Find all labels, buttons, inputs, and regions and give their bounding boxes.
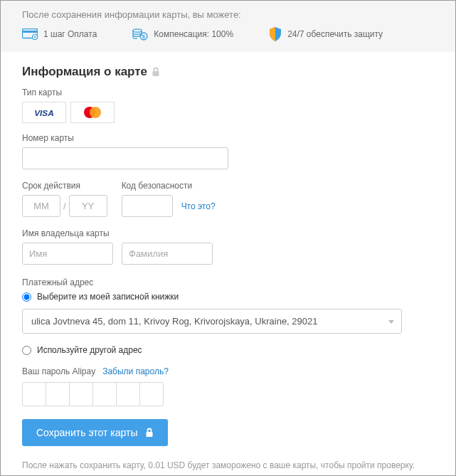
expiry-year-input[interactable] xyxy=(69,195,107,217)
cvv-label: Код безопасности xyxy=(122,181,216,191)
address-selected-text: ulica Jovtneva 45, dom 11, Krivoy Rog, K… xyxy=(31,316,317,327)
first-name-input[interactable] xyxy=(22,243,113,265)
card-icon xyxy=(22,28,38,40)
card-number-input[interactable] xyxy=(22,147,228,169)
save-card-button[interactable]: Сохранить этот карты xyxy=(22,419,168,446)
svg-text:$: $ xyxy=(142,34,145,40)
benefits-title: После сохранения информации карты, вы мо… xyxy=(1,9,455,27)
radio-other-address[interactable] xyxy=(22,346,31,355)
holder-label: Имя владельца карты xyxy=(22,228,434,238)
cvv-help-link[interactable]: Что это? xyxy=(181,201,216,211)
last-name-input[interactable] xyxy=(122,243,213,265)
expiry-slash: / xyxy=(63,201,66,211)
shield-icon xyxy=(269,27,282,41)
save-button-label: Сохранить этот карты xyxy=(36,427,138,438)
alipay-password-input[interactable] xyxy=(22,382,434,406)
benefit-protection: 24/7 обеспечить защиту xyxy=(269,27,383,41)
svg-point-9 xyxy=(90,107,101,118)
card-number-label: Номер карты xyxy=(22,133,434,143)
svg-rect-10 xyxy=(146,432,152,437)
svg-text:VISA: VISA xyxy=(34,108,54,117)
billing-label: Платежный адрес xyxy=(22,277,434,287)
coins-icon: $ xyxy=(132,28,148,41)
benefit-text: 1 шаг Оплата xyxy=(43,29,97,39)
card-type-label: Тип карты xyxy=(22,88,434,97)
radio-saved-label: Выберите из моей записной книжки xyxy=(37,292,179,302)
lock-icon xyxy=(152,67,160,77)
mastercard-icon xyxy=(82,106,103,119)
section-title-text: Информация о карте xyxy=(22,65,147,79)
svg-rect-6 xyxy=(153,71,159,76)
svg-point-3 xyxy=(133,29,142,32)
section-title: Информация о карте xyxy=(22,65,434,79)
alipay-password-label: Ваш пароль Alipay xyxy=(22,366,95,376)
benefit-text: Компенсация: 100% xyxy=(154,29,233,39)
expiry-month-input[interactable] xyxy=(22,195,60,217)
card-type-visa[interactable]: VISA xyxy=(22,102,66,123)
radio-other-label: Используйте другой адрес xyxy=(37,345,142,355)
radio-saved-address[interactable] xyxy=(22,292,31,302)
disclaimer-note: После нажать сохранить карту, 0.01 USD б… xyxy=(22,459,434,476)
visa-icon: VISA xyxy=(30,107,58,117)
benefit-compensation: $ Компенсация: 100% xyxy=(132,27,233,41)
svg-rect-1 xyxy=(22,31,38,33)
benefits-bar: После сохранения информации карты, вы мо… xyxy=(1,1,455,52)
address-select[interactable]: ulica Jovtneva 45, dom 11, Krivoy Rog, K… xyxy=(22,309,402,334)
benefit-one-step: 1 шаг Оплата xyxy=(22,27,97,41)
lock-icon xyxy=(145,428,154,438)
forgot-password-link[interactable]: Забыли пароль? xyxy=(102,366,169,376)
expiry-label: Срок действия xyxy=(22,181,107,191)
cvv-input[interactable] xyxy=(122,195,173,217)
benefit-text: 24/7 обеспечить защиту xyxy=(287,29,383,39)
card-type-mastercard[interactable] xyxy=(70,102,115,123)
